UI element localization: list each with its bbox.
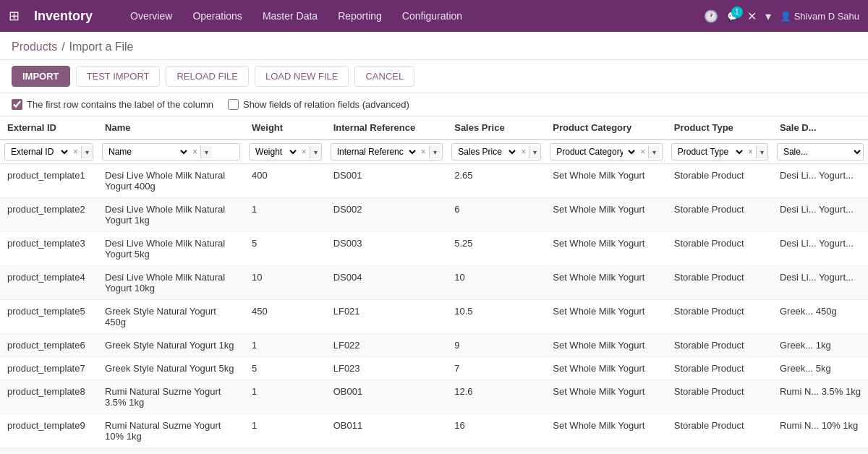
cell-weight: 1 xyxy=(244,380,326,414)
cell-sales-price: 12.6 xyxy=(447,380,545,414)
menu-overview[interactable]: Overview xyxy=(122,6,181,26)
breadcrumb-parent-link[interactable]: Products xyxy=(12,40,57,53)
cell-product-type: Storable Product xyxy=(667,266,773,300)
cell-weight: 10 xyxy=(244,266,326,300)
filter-external-id-dropdown[interactable]: ▾ xyxy=(81,146,93,158)
first-row-option[interactable]: The first row contains the label of the … xyxy=(12,99,213,110)
cell-name: Greek Style Natural Yogurt 450g xyxy=(98,300,244,334)
filter-sales-price-dropdown[interactable]: ▾ xyxy=(529,146,540,158)
filter-name-select[interactable]: Name xyxy=(103,144,190,160)
cell-weight: 400 xyxy=(244,164,326,198)
cell-sale-desc: Desi Li... Yogurt... xyxy=(773,164,868,198)
filter-external-id[interactable]: External ID × ▾ xyxy=(0,140,98,164)
filter-product-cat-dropdown[interactable]: ▾ xyxy=(648,146,660,158)
cell-sale-desc: Rumi N... 10% 1kg xyxy=(773,414,868,448)
filter-weight-clear[interactable]: × xyxy=(299,145,310,158)
show-fields-checkbox[interactable] xyxy=(228,99,239,110)
reload-file-button[interactable]: RELOAD FILE xyxy=(166,66,249,87)
menu-operations[interactable]: Operations xyxy=(184,6,250,26)
filter-sales-price-select[interactable]: Sales Price xyxy=(452,144,518,160)
filter-row: External ID × ▾ Name × ▾ Weight × xyxy=(0,140,868,164)
cell-sale-desc: Desi Li... Yogurt... xyxy=(773,266,868,300)
cell-external-id: product_template7 xyxy=(0,357,98,380)
filter-internal-ref-select[interactable]: Internal Reference xyxy=(331,144,418,160)
filter-product-type-select[interactable]: Product Type xyxy=(672,144,745,160)
cell-weight: 1 xyxy=(244,334,326,357)
cell-weight: 5 xyxy=(244,357,326,380)
menu-configuration[interactable]: Configuration xyxy=(393,6,471,26)
header-sale-description: Sale D... xyxy=(773,116,868,140)
messages-badge[interactable]: 💬 1 xyxy=(727,11,739,22)
menu-master-data[interactable]: Master Data xyxy=(254,6,326,26)
cell-external-id: product_template8 xyxy=(0,380,98,414)
user-icon: 👤 xyxy=(780,11,791,22)
filter-name[interactable]: Name × ▾ xyxy=(98,140,244,164)
top-navigation: ⊞ Inventory Overview Operations Master D… xyxy=(0,0,868,32)
filter-product-type-clear[interactable]: × xyxy=(745,145,756,158)
user-menu[interactable]: 👤 Shivam D Sahu xyxy=(780,11,859,22)
cell-product-type: Storable Product xyxy=(667,380,773,414)
cell-product-type: Storable Product xyxy=(667,414,773,448)
main-menu: Overview Operations Master Data Reportin… xyxy=(122,6,692,26)
header-sales-price: Sales Price xyxy=(447,116,545,140)
filter-external-id-clear[interactable]: × xyxy=(70,145,81,158)
cell-external-id: product_template4 xyxy=(0,266,98,300)
cell-sales-price: 6 xyxy=(447,198,545,232)
table-row: product_template3 Desi Live Whole Milk N… xyxy=(0,232,868,266)
filter-product-type-dropdown[interactable]: ▾ xyxy=(756,146,767,158)
load-new-file-button[interactable]: LOAD NEW FILE xyxy=(255,66,349,87)
close-icon[interactable]: ✕ xyxy=(747,9,757,23)
app-title: Inventory xyxy=(34,9,93,24)
filter-product-category[interactable]: Product Category × ▾ xyxy=(545,140,667,164)
dropdown-icon[interactable]: ▾ xyxy=(765,9,771,23)
filter-internal-ref-dropdown[interactable]: ▾ xyxy=(429,146,441,158)
filter-weight[interactable]: Weight × ▾ xyxy=(244,140,326,164)
filter-name-dropdown[interactable]: ▾ xyxy=(200,146,212,158)
filter-internal-ref-clear[interactable]: × xyxy=(418,145,429,158)
header-internal-reference: Internal Reference xyxy=(326,116,448,140)
cell-product-category: Set Whole Milk Yogurt xyxy=(545,198,667,232)
filter-sales-price-clear[interactable]: × xyxy=(518,145,529,158)
cancel-button[interactable]: CANCEL xyxy=(354,66,414,87)
cell-weight: 450 xyxy=(244,300,326,334)
header-name: Name xyxy=(98,116,244,140)
cell-sales-price: 10.5 xyxy=(447,300,545,334)
filter-product-type[interactable]: Product Type × ▾ xyxy=(667,140,773,164)
clock-icon[interactable]: 🕐 xyxy=(704,9,718,23)
cell-sales-price: 7 xyxy=(447,357,545,380)
filter-weight-dropdown[interactable]: ▾ xyxy=(310,146,321,158)
test-import-button[interactable]: TEST IMPORT xyxy=(76,66,161,87)
filter-product-cat-clear[interactable]: × xyxy=(637,145,648,158)
cell-sale-desc: Greek... 450g xyxy=(773,300,868,334)
cell-internal-ref: DS003 xyxy=(326,232,448,266)
table-row: product_template8 Rumi Natural Suzme Yog… xyxy=(0,380,868,414)
show-fields-option[interactable]: Show fields of relation fields (advanced… xyxy=(228,99,409,110)
cell-product-category: Set Whole Milk Yogurt xyxy=(545,357,667,380)
action-toolbar: IMPORT TEST IMPORT RELOAD FILE LOAD NEW … xyxy=(0,60,868,93)
filter-name-clear[interactable]: × xyxy=(190,145,200,158)
cell-external-id: product_template3 xyxy=(0,232,98,266)
import-button[interactable]: IMPORT xyxy=(12,66,70,87)
filter-external-id-select[interactable]: External ID xyxy=(5,144,70,160)
cell-product-category: Set Whole Milk Yogurt xyxy=(545,266,667,300)
filter-sale-desc-select[interactable]: Sale... xyxy=(778,144,863,160)
filter-weight-select[interactable]: Weight xyxy=(250,144,299,160)
cell-product-type: Storable Product xyxy=(667,232,773,266)
cell-product-category: Set Whole Milk Yogurt xyxy=(545,380,667,414)
notification-count: 1 xyxy=(731,7,743,18)
cell-external-id: product_template5 xyxy=(0,300,98,334)
cell-name: Desi Live Whole Milk Natural Yogurt 1kg xyxy=(98,198,244,232)
filter-product-cat-select[interactable]: Product Category xyxy=(550,144,637,160)
filter-sale-description[interactable]: Sale... xyxy=(773,140,868,164)
cell-name: Desi Live Whole Milk Natural Yogurt 400g xyxy=(98,164,244,198)
import-table: External ID Name Weight Internal Referen… xyxy=(0,116,868,448)
header-product-type: Product Type xyxy=(667,116,773,140)
filter-sales-price[interactable]: Sales Price × ▾ xyxy=(447,140,545,164)
apps-grid-icon[interactable]: ⊞ xyxy=(9,8,20,24)
cell-sale-desc: Greek... 1kg xyxy=(773,334,868,357)
filter-internal-reference[interactable]: Internal Reference × ▾ xyxy=(326,140,448,164)
menu-reporting[interactable]: Reporting xyxy=(329,6,391,26)
cell-name: Desi Live Whole Milk Natural Yogurt 5kg xyxy=(98,232,244,266)
first-row-checkbox[interactable] xyxy=(12,99,22,110)
cell-internal-ref: LF023 xyxy=(326,357,448,380)
